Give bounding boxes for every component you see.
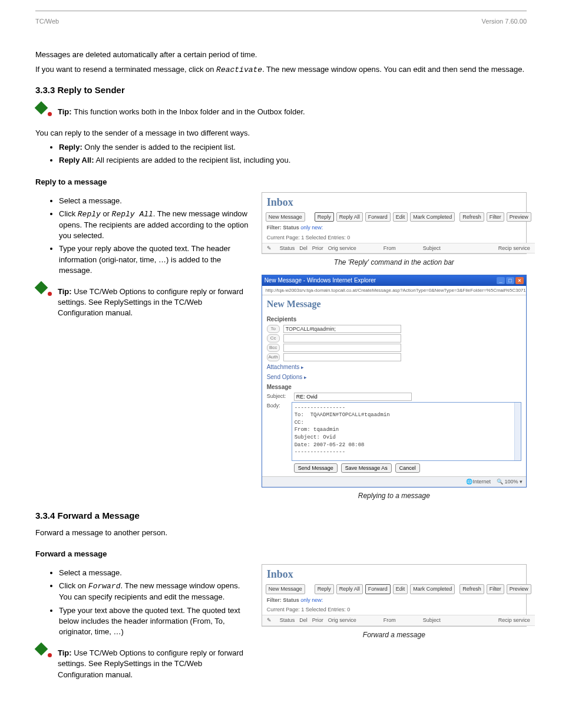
cmd-reactivate: Reactivate: [216, 65, 262, 74]
btn-filter[interactable]: Filter: [487, 212, 504, 222]
status-zoom: 🔍 100% ▾: [497, 478, 523, 486]
bcc-input[interactable]: [283, 344, 401, 352]
to-input[interactable]: TOPCALL#tqaadmin; TQAADMIN#TOPCALL#tqa: [283, 325, 401, 333]
pill-cc[interactable]: Cc: [267, 334, 280, 342]
tip-both-folders: Tip: This function works both in the Inb…: [35, 103, 527, 121]
figure2-caption: Replying to a message: [262, 491, 527, 501]
btn-reply[interactable]: Reply: [315, 212, 334, 222]
col: Status: [280, 617, 295, 624]
cancel-button[interactable]: Cancel: [395, 463, 420, 473]
btn-edit[interactable]: Edit: [393, 212, 408, 222]
col: Recip service: [498, 245, 530, 252]
header-rule: [35, 11, 527, 11]
heading-reply: 3.3.3 Reply to Sender: [35, 84, 527, 96]
text: Click: [59, 209, 78, 218]
col: From: [384, 245, 396, 252]
tip-configure-forward: Tip: Use TC/Web Options to configure rep…: [35, 644, 250, 684]
subject-input[interactable]: RE: Ovid: [294, 393, 412, 401]
tip-icon: [35, 283, 52, 296]
text: Use TC/Web Options to configure reply or…: [58, 648, 243, 678]
subhead-forward: Forward a message: [35, 549, 527, 559]
btn-new-message[interactable]: New Message: [266, 584, 305, 594]
col: Orig service: [328, 617, 356, 624]
para-reactivate: If you want to resend a terminated messa…: [35, 64, 527, 75]
send-message-button[interactable]: Send Message: [294, 463, 338, 473]
btn-mark-completed[interactable]: Mark Completed: [410, 584, 455, 594]
header-left: TC/Web: [35, 17, 59, 26]
reply-columns: Select a message. Click Reply or Reply A…: [35, 192, 527, 501]
list-item: Type your text above the quoted text. Th…: [59, 605, 250, 638]
inbox-toolbar: New Message Reply Reply All Forward Edit…: [262, 583, 535, 595]
address-bar[interactable]: http://tqa-w2003srv.tqa-domain.topcall.c…: [262, 286, 526, 295]
figure1-caption: The 'Reply' command in the action bar: [262, 258, 527, 268]
subject-label: Subject:: [267, 393, 290, 400]
btn-mark-completed[interactable]: Mark Completed: [410, 212, 455, 222]
body-textarea[interactable]: ---------------- To: TQAADMIN#TOPCALL#tq…: [292, 402, 521, 461]
text: If you want to resend a terminated messa…: [35, 65, 216, 74]
cc-input[interactable]: [283, 334, 401, 342]
list-item: Reply All: All recipients are added to t…: [59, 155, 527, 166]
inbox-title: Inbox: [262, 193, 535, 211]
pill-auth[interactable]: Auth: [267, 353, 280, 361]
btn-preview[interactable]: Preview: [507, 584, 531, 594]
btn-refresh[interactable]: Refresh: [459, 584, 484, 594]
status-internet: Internet: [466, 478, 491, 486]
window-minimize-icon[interactable]: _: [497, 277, 505, 284]
btn-reply[interactable]: Reply: [315, 584, 334, 594]
forward-steps: Select a message. Click on Forward. The …: [35, 568, 250, 637]
col: Subject: [423, 617, 441, 624]
page-header: TC/Web Version 7.60.00: [35, 17, 527, 26]
zoom-value: 100%: [504, 479, 518, 485]
inbox-filter-line: Filter: Status only new:: [262, 223, 535, 233]
new-message-heading: New Message: [262, 295, 526, 312]
inbox-header-row: ✎ Status Del Prior Orig service From Sub…: [262, 615, 535, 626]
body-label: Body:: [267, 402, 288, 410]
text: Click on: [59, 581, 88, 590]
btn-forward[interactable]: Forward: [365, 212, 391, 222]
save-message-as-button[interactable]: Save Message As: [341, 463, 392, 473]
pill-bcc[interactable]: Bcc: [267, 344, 280, 352]
list-item: Click Reply or Reply All. The new messag…: [59, 209, 250, 242]
send-options-link[interactable]: Send Options: [267, 373, 521, 381]
tip-text: Tip: Use TC/Web Options to configure rep…: [58, 286, 250, 319]
btn-filter[interactable]: Filter: [487, 584, 504, 594]
col: Prior: [312, 617, 323, 624]
text: Use TC/Web Options to configure reply or…: [58, 287, 243, 317]
recipients-label: Recipients: [267, 315, 521, 324]
btn-reply-all[interactable]: Reply All: [336, 584, 363, 594]
inbox-filter-line: Filter: Status only new:: [262, 595, 535, 605]
btn-refresh[interactable]: Refresh: [459, 212, 484, 222]
list-item: Select a message.: [59, 196, 250, 206]
auth-input[interactable]: [283, 353, 401, 361]
btn-preview[interactable]: Preview: [507, 212, 531, 222]
btn-new-message[interactable]: New Message: [266, 212, 305, 222]
text: All recipients are added to the recipien…: [94, 156, 290, 164]
reply-kind-list: Reply: Only the sender is added to the r…: [35, 142, 527, 166]
window-maximize-icon[interactable]: □: [506, 277, 514, 284]
pill-to[interactable]: To: [267, 325, 280, 333]
text: This function works: [74, 107, 139, 116]
btn-forward[interactable]: Forward: [365, 584, 391, 594]
reply-intro: You can reply to the sender of a message…: [35, 128, 527, 139]
heading-forward: 3.3.4 Forward a Message: [35, 509, 527, 522]
status-bar: Internet 🔍 100% ▾: [262, 476, 526, 487]
figure3-caption: Forward a message: [262, 630, 527, 640]
col: Recip service: [498, 617, 530, 624]
window-titlebar: New Message - Windows Internet Explorer …: [262, 275, 526, 286]
para-auto-delete: Messages are deleted automatically after…: [35, 50, 527, 60]
subhead-reply: Reply to a message: [35, 177, 527, 187]
attachments-link[interactable]: Attachments: [267, 363, 521, 371]
figure-inbox-reply: Inbox New Message Reply Reply All Forwar…: [262, 192, 527, 255]
forward-intro: Forward a message to another person.: [35, 528, 527, 538]
col: Del: [299, 617, 308, 624]
cmd-reply-all: Reply All: [112, 210, 153, 219]
window-title: New Message - Windows Internet Explorer: [265, 276, 376, 285]
text: or: [101, 209, 112, 218]
btn-edit[interactable]: Edit: [393, 584, 408, 594]
reply-steps: Select a message. Click Reply or Reply A…: [35, 196, 250, 276]
btn-reply-all[interactable]: Reply All: [336, 212, 363, 222]
col: Status: [280, 245, 295, 252]
inbox-page-line: Current Page: 1 Selected Entries: 0: [262, 605, 535, 615]
list-item: Select a message.: [59, 568, 250, 578]
window-close-icon[interactable]: ×: [515, 277, 524, 284]
